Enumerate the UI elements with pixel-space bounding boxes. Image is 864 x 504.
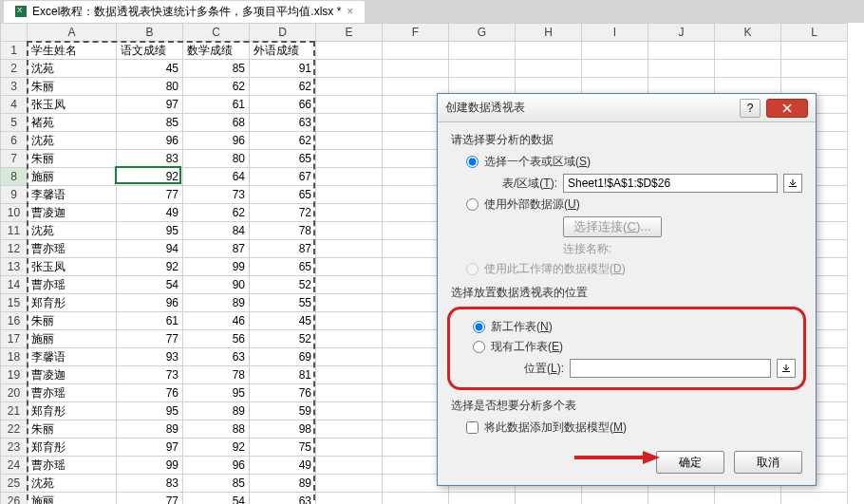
cell-C11[interactable]: 84 bbox=[183, 222, 250, 240]
cell-D10[interactable]: 72 bbox=[250, 204, 316, 222]
cell-C21[interactable]: 89 bbox=[183, 402, 250, 420]
col-header-D[interactable]: D bbox=[250, 24, 316, 42]
row-header-26[interactable]: 26 bbox=[1, 493, 28, 505]
col-header-K[interactable]: K bbox=[715, 24, 781, 42]
cell-A16[interactable]: 朱丽 bbox=[28, 312, 117, 330]
cell-B1[interactable]: 语文成绩 bbox=[117, 42, 183, 60]
radio-existing-sheet[interactable] bbox=[473, 341, 485, 353]
row-header-8[interactable]: 8 bbox=[1, 168, 28, 186]
cell-F26[interactable] bbox=[383, 493, 449, 505]
cell-C16[interactable]: 46 bbox=[183, 312, 250, 330]
cell-C9[interactable]: 73 bbox=[183, 186, 250, 204]
cell-A7[interactable]: 朱丽 bbox=[28, 150, 117, 168]
row-header-23[interactable]: 23 bbox=[1, 439, 28, 457]
col-header-G[interactable]: G bbox=[449, 24, 516, 42]
cell-D17[interactable]: 52 bbox=[250, 330, 316, 348]
row-header-22[interactable]: 22 bbox=[1, 420, 28, 439]
cell-C5[interactable]: 68 bbox=[183, 114, 250, 132]
cell-C22[interactable]: 88 bbox=[183, 420, 250, 439]
row-header-7[interactable]: 7 bbox=[1, 150, 28, 168]
row-header-24[interactable]: 24 bbox=[1, 457, 28, 475]
cell-A12[interactable]: 曹亦瑶 bbox=[28, 240, 117, 258]
row-header-17[interactable]: 17 bbox=[1, 330, 28, 348]
cell-B18[interactable]: 93 bbox=[117, 348, 183, 366]
cell-E9[interactable] bbox=[316, 186, 383, 204]
checkbox-add-model[interactable] bbox=[466, 421, 479, 434]
cell-C15[interactable]: 89 bbox=[183, 294, 250, 312]
cell-A26[interactable]: 施丽 bbox=[28, 493, 117, 505]
cell-D16[interactable]: 45 bbox=[250, 312, 316, 330]
cell-B21[interactable]: 95 bbox=[117, 402, 183, 420]
cell-C19[interactable]: 78 bbox=[183, 366, 250, 384]
range-input[interactable] bbox=[563, 174, 778, 193]
cell-C12[interactable]: 87 bbox=[183, 240, 250, 258]
cell-E11[interactable] bbox=[316, 222, 383, 240]
cell-K26[interactable] bbox=[715, 493, 781, 505]
cell-G2[interactable] bbox=[449, 60, 516, 78]
cell-E12[interactable] bbox=[316, 240, 383, 258]
cell-D9[interactable]: 65 bbox=[250, 186, 316, 204]
row-header-18[interactable]: 18 bbox=[1, 348, 28, 366]
cell-B9[interactable]: 77 bbox=[117, 186, 183, 204]
cell-A14[interactable]: 曹亦瑶 bbox=[28, 276, 117, 294]
cell-E16[interactable] bbox=[316, 312, 383, 330]
row-header-20[interactable]: 20 bbox=[1, 384, 28, 402]
cell-D4[interactable]: 66 bbox=[250, 96, 316, 114]
row-header-4[interactable]: 4 bbox=[1, 96, 28, 114]
location-input[interactable] bbox=[570, 359, 771, 378]
cell-C25[interactable]: 85 bbox=[183, 475, 250, 493]
cell-E6[interactable] bbox=[316, 132, 383, 150]
cell-C7[interactable]: 80 bbox=[183, 150, 250, 168]
cell-E24[interactable] bbox=[316, 457, 383, 475]
row-header-19[interactable]: 19 bbox=[1, 366, 28, 384]
cell-E23[interactable] bbox=[316, 439, 383, 457]
cell-E8[interactable] bbox=[316, 168, 383, 186]
cell-E4[interactable] bbox=[316, 96, 383, 114]
cell-E26[interactable] bbox=[316, 493, 383, 505]
cell-F2[interactable] bbox=[383, 60, 449, 78]
cell-B24[interactable]: 99 bbox=[117, 457, 183, 475]
cell-E19[interactable] bbox=[316, 366, 383, 384]
cancel-button[interactable]: 取消 bbox=[734, 451, 802, 474]
cell-A1[interactable]: 学生姓名 bbox=[28, 42, 117, 60]
cell-I26[interactable] bbox=[582, 493, 648, 505]
col-header-L[interactable]: L bbox=[781, 24, 848, 42]
cell-D25[interactable]: 89 bbox=[250, 475, 316, 493]
row-header-11[interactable]: 11 bbox=[1, 222, 28, 240]
range-picker-button[interactable] bbox=[783, 174, 802, 193]
cell-H26[interactable] bbox=[516, 493, 582, 505]
cell-L1[interactable] bbox=[781, 42, 848, 60]
row-header-13[interactable]: 13 bbox=[1, 258, 28, 276]
row-header-15[interactable]: 15 bbox=[1, 294, 28, 312]
cell-F1[interactable] bbox=[383, 42, 449, 60]
cell-C13[interactable]: 99 bbox=[183, 258, 250, 276]
cell-A18[interactable]: 李馨语 bbox=[28, 348, 117, 366]
cell-D11[interactable]: 78 bbox=[250, 222, 316, 240]
cell-C20[interactable]: 95 bbox=[183, 384, 250, 402]
cell-E22[interactable] bbox=[316, 420, 383, 439]
row-header-2[interactable]: 2 bbox=[1, 60, 28, 78]
cell-E2[interactable] bbox=[316, 60, 383, 78]
radio-new-sheet[interactable] bbox=[473, 321, 485, 333]
cell-C4[interactable]: 61 bbox=[183, 96, 250, 114]
row-header-3[interactable]: 3 bbox=[1, 78, 28, 96]
cell-A19[interactable]: 曹凌迦 bbox=[28, 366, 117, 384]
choose-connection-button[interactable]: 选择连接(C)... bbox=[563, 216, 662, 237]
cell-B10[interactable]: 49 bbox=[117, 204, 183, 222]
cell-D3[interactable]: 62 bbox=[250, 78, 316, 96]
cell-E15[interactable] bbox=[316, 294, 383, 312]
cell-D2[interactable]: 91 bbox=[250, 60, 316, 78]
cell-B6[interactable]: 96 bbox=[117, 132, 183, 150]
row-header-21[interactable]: 21 bbox=[1, 402, 28, 420]
location-picker-button[interactable] bbox=[777, 359, 796, 378]
cell-A2[interactable]: 沈苑 bbox=[28, 60, 117, 78]
cell-C24[interactable]: 96 bbox=[183, 457, 250, 475]
cell-D1[interactable]: 外语成绩 bbox=[250, 42, 316, 60]
cell-B20[interactable]: 76 bbox=[117, 384, 183, 402]
cell-L26[interactable] bbox=[781, 493, 848, 505]
cell-K1[interactable] bbox=[715, 42, 781, 60]
cell-I2[interactable] bbox=[582, 60, 648, 78]
cell-D20[interactable]: 76 bbox=[250, 384, 316, 402]
cell-B13[interactable]: 92 bbox=[117, 258, 183, 276]
col-header-B[interactable]: B bbox=[117, 24, 183, 42]
